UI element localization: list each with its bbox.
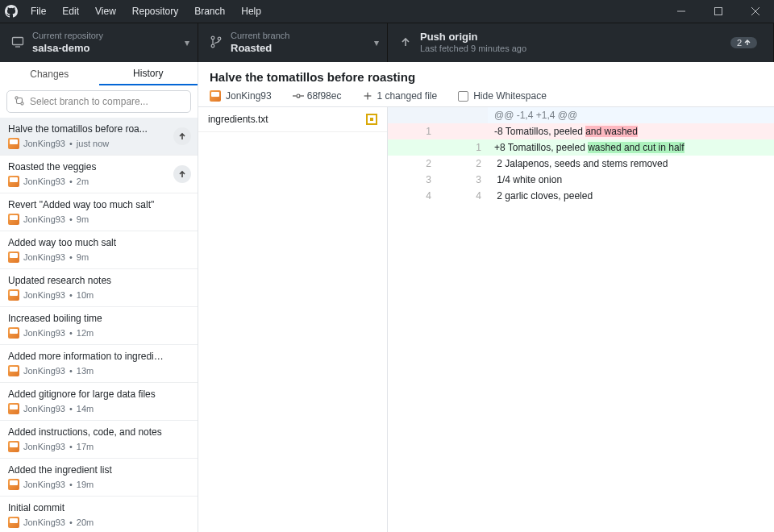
window-minimize-button[interactable] (663, 0, 700, 23)
svg-point-9 (15, 96, 18, 98)
chevron-down-icon: ▾ (374, 37, 379, 48)
commit-row-time: 10m (77, 290, 94, 300)
svg-rect-1 (715, 8, 722, 15)
diff-line-removed: -8 Tomatillos, peeled and washed (488, 123, 774, 139)
line-number-new: 1 (438, 139, 488, 156)
svg-point-6 (211, 36, 214, 39)
commit-row-author: JonKing93 (23, 480, 65, 489)
line-number-new: 3 (438, 172, 488, 188)
push-up-icon (399, 35, 412, 51)
commit-row-title: Updated research notes (8, 275, 189, 286)
commit-row-author: JonKing93 (23, 328, 65, 338)
commit-row-author: JonKing93 (23, 517, 65, 527)
menu-item-repository[interactable]: Repository (124, 0, 186, 23)
commit-row-title: Increased boiling time (8, 313, 189, 324)
compare-branch-select[interactable]: Select branch to compare... (6, 90, 191, 113)
svg-rect-4 (13, 37, 23, 44)
line-number-old: 1 (388, 123, 438, 139)
window-close-button[interactable] (737, 0, 774, 23)
push-indicator-icon (173, 165, 191, 183)
diff-hunk-header: @@ -1,4 +1,4 @@ (488, 107, 774, 123)
menu-item-branch[interactable]: Branch (186, 0, 233, 23)
push-count-badge: 2 (730, 37, 757, 48)
hide-whitespace-toggle[interactable]: Hide Whitespace (458, 90, 547, 102)
commit-row-time: 9m (77, 214, 89, 224)
menu-item-view[interactable]: View (87, 0, 124, 23)
chevron-down-icon: ▾ (185, 37, 189, 48)
commit-row[interactable]: Halve the tomatillos before roa...JonKin… (0, 118, 198, 156)
commit-row-time: 14m (77, 404, 94, 414)
commit-row-author: JonKing93 (23, 290, 65, 300)
commit-row-author: JonKing93 (23, 442, 65, 451)
commit-row-time: 12m (77, 328, 94, 338)
commit-row-time: 2m (77, 177, 89, 186)
commit-row[interactable]: Added more information to ingredient...J… (0, 345, 198, 383)
git-compare-icon (14, 95, 25, 109)
commit-row-time: 9m (77, 252, 89, 262)
svg-point-10 (21, 102, 23, 104)
line-number-old: 4 (388, 188, 438, 204)
commit-row[interactable]: Added way too much saltJonKing93•9m (0, 231, 198, 269)
avatar-icon (8, 176, 19, 187)
commit-author: JonKing93 (226, 90, 272, 102)
commit-row[interactable]: Revert "Added way too much salt"JonKing9… (0, 193, 198, 231)
repo-name: salsa-demo (32, 42, 103, 55)
commit-row-title: Revert "Added way too much salt" (8, 199, 189, 210)
commit-row[interactable]: Updated research notesJonKing93•10m (0, 269, 198, 307)
tab-history[interactable]: History (99, 62, 198, 85)
commit-list: Halve the tomatillos before roa...JonKin… (0, 118, 198, 532)
commit-row-title: Added instructions, code, and notes (8, 426, 189, 438)
commit-row[interactable]: Added gitignore for large data filesJonK… (0, 383, 198, 421)
diff-line-context: 1/4 white onion (488, 172, 774, 188)
commit-header: Halve the tomatillos before roasting Jon… (198, 62, 774, 107)
github-logo-icon (0, 5, 23, 18)
current-repository-dropdown[interactable]: Current repository salsa-demo ▾ (0, 23, 198, 62)
avatar-icon (8, 138, 19, 149)
commit-row-title: Initial commit (8, 502, 189, 513)
commit-row-author: JonKing93 (23, 366, 65, 376)
line-number-new: 4 (438, 188, 488, 204)
commit-row[interactable]: Added the ingredient listJonKing93•19m (0, 459, 198, 497)
commit-row-time: 19m (77, 480, 94, 489)
compare-placeholder: Select branch to compare... (30, 96, 148, 107)
commit-row-time: 13m (77, 366, 94, 376)
title-bar: FileEditViewRepositoryBranchHelp (0, 0, 774, 23)
avatar-icon (8, 327, 19, 339)
commit-row[interactable]: Increased boiling timeJonKing93•12m (0, 307, 198, 345)
commit-row[interactable]: Initial commitJonKing93•20m (0, 497, 198, 532)
commit-row-time: 17m (77, 442, 94, 451)
commit-row[interactable]: Added instructions, code, and notesJonKi… (0, 421, 198, 459)
file-name: ingredients.txt (208, 114, 268, 125)
commit-row-title: Halve the tomatillos before roa... (8, 123, 189, 135)
avatar-icon (8, 289, 19, 301)
commit-row-time: just now (77, 139, 109, 148)
push-origin-button[interactable]: Push origin Last fetched 9 minutes ago 2 (388, 23, 774, 62)
repo-sub-label: Current repository (32, 31, 103, 42)
toolbar: Current repository salsa-demo ▾ Current … (0, 23, 774, 62)
menu-item-edit[interactable]: Edit (54, 0, 87, 23)
commit-sha: 68f98ec (293, 90, 342, 102)
menu-item-help[interactable]: Help (233, 0, 269, 23)
tab-changes[interactable]: Changes (0, 62, 99, 85)
push-title: Push origin (420, 31, 526, 44)
commit-row[interactable]: Roasted the veggiesJonKing93•2m (0, 156, 198, 193)
avatar-icon (8, 251, 19, 263)
svg-point-8 (218, 37, 221, 40)
sidebar: Changes History Select branch to compare… (0, 62, 198, 532)
window-controls (663, 0, 774, 23)
menu-item-file[interactable]: File (23, 0, 54, 23)
git-branch-icon (210, 35, 223, 51)
line-number-old: 2 (388, 156, 438, 172)
file-row[interactable]: ingredients.txt (198, 107, 387, 132)
current-branch-dropdown[interactable]: Current branch Roasted ▾ (198, 23, 388, 62)
line-number-new: 2 (438, 156, 488, 172)
window-maximize-button[interactable] (700, 0, 737, 23)
svg-point-11 (297, 94, 300, 98)
avatar-icon (8, 214, 19, 225)
line-number-old: 3 (388, 172, 438, 188)
branch-name: Roasted (231, 42, 289, 55)
push-indicator-icon (173, 127, 191, 145)
avatar-icon (8, 479, 19, 490)
avatar-icon (8, 365, 19, 376)
avatar-icon (8, 517, 19, 528)
